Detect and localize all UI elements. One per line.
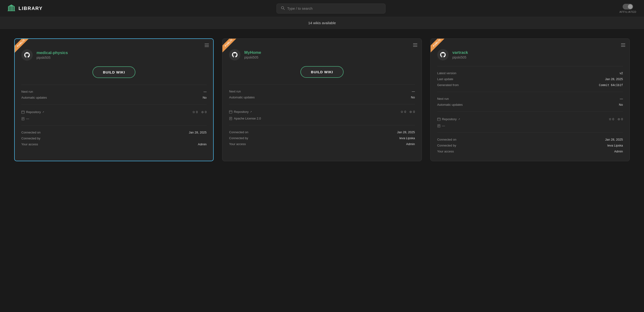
license-label-row: Apache License 2.0 xyxy=(229,117,261,120)
auto-updates-label: Automatic updates xyxy=(437,103,463,106)
stars-count: 0 xyxy=(612,117,614,121)
license-value: Apache License 2.0 xyxy=(234,117,261,120)
search-icon xyxy=(281,6,285,11)
wiki-card-2: PUBLIC MyHome pipski505 BUILD WIKI xyxy=(222,38,422,161)
affiliated-toggle[interactable] xyxy=(623,4,633,10)
public-badge-text: PUBLIC xyxy=(430,39,445,53)
svg-rect-21 xyxy=(413,46,417,47)
repo-info: medical-physics pipski505 xyxy=(36,50,68,60)
next-run-value: — xyxy=(620,97,623,100)
header: LIBRARY AFFILIATED xyxy=(0,0,644,17)
license-value: — xyxy=(26,117,29,120)
stars-count: 0 xyxy=(196,110,198,114)
stars-stat: 0 xyxy=(400,110,406,114)
svg-rect-3 xyxy=(12,6,13,11)
svg-rect-5 xyxy=(8,11,15,11)
search-bar[interactable] xyxy=(276,4,386,14)
public-badge: PUBLIC xyxy=(15,39,32,56)
svg-rect-0 xyxy=(8,6,9,11)
connected-on-row: Connected on Jan 28, 2025 xyxy=(21,130,206,135)
auto-updates-row: Automatic updates No xyxy=(229,94,415,100)
connected-on-row: Connected on Jan 28, 2025 xyxy=(437,136,623,142)
run-section: Next run — Automatic updates No xyxy=(229,84,415,100)
card-menu-icon[interactable] xyxy=(413,43,417,48)
main-content: PUBLIC medical-physics pipski505 BUILD W… xyxy=(0,29,644,171)
card-menu-icon[interactable] xyxy=(205,43,209,48)
repo-stats-row: Repository ↗ 0 0 xyxy=(437,117,623,121)
watchers-count: 0 xyxy=(621,117,623,121)
license-row: Apache License 2.0 xyxy=(229,116,415,122)
header-left: LIBRARY xyxy=(8,4,43,12)
svg-rect-31 xyxy=(621,46,625,47)
card-header: MyHome pipski505 xyxy=(229,49,415,60)
svg-line-8 xyxy=(284,8,285,10)
wikis-count-text: 14 wikis available xyxy=(308,21,336,25)
repo-section: Repository ↗ 0 0 xyxy=(229,104,415,122)
svg-point-14 xyxy=(202,112,203,112)
run-section: Next run — Automatic updates No xyxy=(21,85,206,100)
next-run-row: Next run — xyxy=(21,89,206,94)
connected-by-row: Connected by Ieva Lipska xyxy=(229,135,415,141)
repo-info: vartrack pipski505 xyxy=(452,50,468,59)
connected-on-row: Connected on Jan 28, 2025 xyxy=(229,129,415,135)
svg-rect-20 xyxy=(413,45,417,45)
repo-section: Repository ↗ 0 0 xyxy=(437,112,623,129)
card-header: medical-physics pipski505 xyxy=(21,49,206,61)
auto-updates-row: Automatic updates No xyxy=(437,102,623,108)
repo-label: Repository xyxy=(442,117,457,121)
your-access-value: Admin xyxy=(614,150,623,153)
repo-owner: pipski505 xyxy=(452,56,468,59)
header-right: AFFILIATED xyxy=(619,4,636,13)
repo-link-row: Repository ↗ xyxy=(229,110,252,114)
svg-rect-4 xyxy=(14,6,15,11)
repo-section: Repository ↗ 0 0 xyxy=(21,104,206,122)
cards-grid: PUBLIC medical-physics pipski505 BUILD W… xyxy=(14,38,630,161)
repo-label: Repository xyxy=(234,110,248,114)
your-access-row: Your access Admin xyxy=(229,141,415,147)
last-update-row: Last update Jan 28, 2025 xyxy=(437,76,623,82)
your-access-label: Your access xyxy=(437,150,454,153)
stars-count: 0 xyxy=(404,110,406,114)
repo-stats-row: Repository ↗ 0 0 xyxy=(21,110,206,114)
last-update-value: Jan 28, 2025 xyxy=(605,77,623,81)
public-badge-text: PUBLIC xyxy=(222,39,237,53)
run-section: Next run — Automatic updates No xyxy=(437,92,623,108)
next-run-value: — xyxy=(412,90,415,93)
svg-rect-29 xyxy=(621,44,625,44)
next-run-label: Next run xyxy=(437,97,449,100)
stars-stat: 0 xyxy=(192,110,198,114)
connected-by-row: Connected by Ieva Lipska xyxy=(437,142,623,148)
build-wiki-button[interactable]: BUILD WIKI xyxy=(300,66,343,78)
watchers-stat: 0 xyxy=(618,117,623,121)
generated-from-value: Commit 64c1b1f xyxy=(599,84,623,87)
svg-point-24 xyxy=(410,112,411,112)
your-access-value: Admin xyxy=(198,142,206,146)
watchers-count: 0 xyxy=(413,110,415,114)
watchers-stat: 0 xyxy=(201,110,206,114)
repo-stats-row: Repository ↗ 0 0 xyxy=(229,110,415,114)
version-section: Latest version v2 Last update Jan 28, 20… xyxy=(437,66,623,88)
stats-row: 0 0 xyxy=(192,110,206,114)
connected-by-label: Connected by xyxy=(229,136,248,140)
your-access-label: Your access xyxy=(21,142,38,146)
connected-section: Connected on Jan 28, 2025 Connected by Y… xyxy=(21,126,206,147)
connected-by-row: Connected by xyxy=(21,135,206,141)
connected-on-label: Connected on xyxy=(21,131,40,134)
repo-name: vartrack xyxy=(452,50,468,55)
build-wiki-button[interactable]: BUILD WIKI xyxy=(92,66,136,78)
repo-name: medical-physics xyxy=(36,50,68,55)
public-badge-text: PUBLIC xyxy=(15,39,30,53)
latest-version-label: Latest version xyxy=(437,71,456,75)
affiliated-label: AFFILIATED xyxy=(619,10,636,13)
stats-row: 0 0 xyxy=(400,110,415,114)
search-input[interactable] xyxy=(287,6,381,10)
svg-point-34 xyxy=(618,119,619,120)
connected-on-value: Jan 28, 2025 xyxy=(397,130,415,134)
auto-updates-label: Automatic updates xyxy=(21,96,47,99)
generated-from-label: Generated from xyxy=(437,83,459,87)
your-access-value: Admin xyxy=(406,142,415,146)
connected-on-label: Connected on xyxy=(229,130,248,134)
svg-marker-6 xyxy=(8,4,15,6)
watchers-count: 0 xyxy=(205,110,206,114)
card-menu-icon[interactable] xyxy=(621,43,625,48)
